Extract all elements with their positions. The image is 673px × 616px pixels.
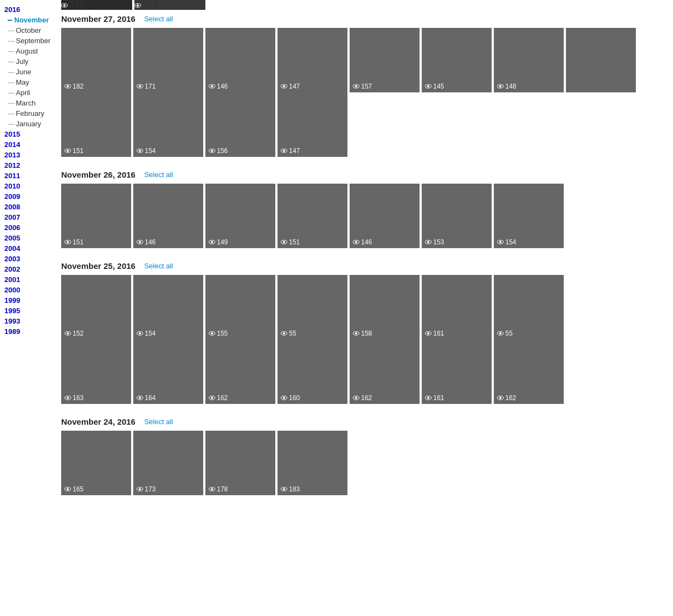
section-header-2: November 25, 2016Select all bbox=[61, 261, 666, 271]
view-count-2-row1-2: 155 bbox=[209, 330, 228, 337]
select-all-button-0[interactable]: Select all bbox=[144, 15, 173, 23]
sidebar-year-2015[interactable]: 2015 bbox=[0, 129, 55, 139]
count-label: 156 bbox=[217, 147, 228, 155]
sidebar-year-2012[interactable]: 2012 bbox=[0, 160, 55, 171]
view-count-0-row1-0: 182 bbox=[64, 83, 84, 90]
photo-thumb-1-row1-6[interactable]: 154 bbox=[494, 184, 564, 248]
eye-icon bbox=[425, 240, 432, 244]
count-label: 145 bbox=[433, 83, 444, 90]
eye-icon bbox=[64, 396, 71, 400]
sidebar-year-2013[interactable]: 2013 bbox=[0, 150, 55, 160]
sidebar-month-february[interactable]: February bbox=[0, 108, 55, 119]
view-count-0-row1-6: 148 bbox=[497, 83, 516, 90]
photo-thumb-2-row2-1[interactable]: 164 bbox=[133, 339, 203, 404]
photo-thumb-2-row1-4[interactable]: 158 bbox=[350, 275, 420, 339]
main-content: 179 175 November 27, 2016Select all18217… bbox=[55, 0, 673, 616]
top-thumb-2[interactable]: 175 bbox=[134, 0, 205, 10]
photo-thumb-2-row1-1[interactable]: 154 bbox=[133, 275, 203, 339]
photo-thumb-2-row2-4[interactable]: 162 bbox=[350, 339, 420, 404]
eye-icon bbox=[137, 331, 143, 336]
photo-thumb-2-row2-3[interactable]: 160 bbox=[278, 339, 347, 404]
count-label: 162 bbox=[361, 394, 372, 402]
sidebar-year-2008[interactable]: 2008 bbox=[0, 202, 55, 212]
sidebar-year-2001[interactable]: 2001 bbox=[0, 274, 55, 285]
photo-thumb-3-row1-3[interactable]: 183 bbox=[278, 431, 347, 495]
section-3: November 24, 2016Select all165173178183 bbox=[61, 417, 666, 495]
sidebar-month-january[interactable]: January bbox=[0, 119, 55, 129]
top-thumb-1[interactable]: 179 bbox=[61, 0, 132, 10]
sidebar-year-2005[interactable]: 2005 bbox=[0, 233, 55, 243]
sidebar-month-june[interactable]: June bbox=[0, 67, 55, 77]
photo-thumb-1-row1-0[interactable]: 151 bbox=[61, 184, 131, 248]
sidebar-year-1989[interactable]: 1989 bbox=[0, 326, 55, 337]
sidebar-month-march[interactable]: March bbox=[0, 98, 55, 108]
photo-thumb-2-row2-0[interactable]: 163 bbox=[61, 339, 131, 404]
sidebar-month-november[interactable]: November bbox=[0, 15, 55, 25]
count-label: 183 bbox=[289, 485, 300, 493]
photo-thumb-0-row1-5[interactable]: 145 bbox=[422, 28, 492, 92]
photo-thumb-2-row1-6[interactable]: 55 bbox=[494, 275, 564, 339]
photo-bg bbox=[566, 28, 636, 92]
eye-icon bbox=[425, 396, 432, 400]
sidebar-month-september[interactable]: September bbox=[0, 36, 55, 46]
photo-thumb-0-row1-4[interactable]: 157 bbox=[350, 28, 420, 92]
sidebar-year-2002[interactable]: 2002 bbox=[0, 264, 55, 274]
sidebar-year-2000[interactable]: 2000 bbox=[0, 285, 55, 295]
photo-thumb-2-row1-3[interactable]: 55 bbox=[278, 275, 347, 339]
sidebar-year-2004[interactable]: 2004 bbox=[0, 243, 55, 254]
sidebar-month-april[interactable]: April bbox=[0, 87, 55, 98]
sidebar-year-2009[interactable]: 2009 bbox=[0, 191, 55, 202]
photo-thumb-1-row1-4[interactable]: 146 bbox=[350, 184, 420, 248]
photo-thumb-0-row2-3[interactable]: 147 bbox=[278, 92, 347, 157]
photo-thumb-2-row2-6[interactable]: 162 bbox=[494, 339, 564, 404]
photo-thumb-0-row1-6[interactable]: 148 bbox=[494, 28, 564, 92]
photo-thumb-2-row2-5[interactable]: 161 bbox=[422, 339, 492, 404]
select-all-button-2[interactable]: Select all bbox=[144, 262, 173, 270]
eye-icon bbox=[137, 149, 143, 153]
sidebar-year-2014[interactable]: 2014 bbox=[0, 139, 55, 150]
count-label: 161 bbox=[433, 330, 444, 337]
photo-thumb-3-row1-2[interactable]: 178 bbox=[205, 431, 275, 495]
sidebar-month-october[interactable]: October bbox=[0, 25, 55, 36]
sidebar-month-may[interactable]: May bbox=[0, 77, 55, 87]
photo-thumb-1-row1-1[interactable]: 146 bbox=[133, 184, 203, 248]
sidebar-month-july[interactable]: July bbox=[0, 56, 55, 67]
photo-thumb-0-row1-7[interactable] bbox=[566, 28, 636, 92]
count-label: 146 bbox=[361, 238, 372, 246]
count-label: 163 bbox=[73, 394, 84, 402]
view-count-0-row2-2: 156 bbox=[209, 147, 228, 155]
photo-thumb-2-row1-2[interactable]: 155 bbox=[205, 275, 275, 339]
select-all-button-1[interactable]: Select all bbox=[144, 171, 173, 179]
sidebar-year-2010[interactable]: 2010 bbox=[0, 181, 55, 191]
photo-thumb-0-row2-0[interactable]: 151 bbox=[61, 92, 131, 157]
sidebar-year-2011[interactable]: 2011 bbox=[0, 171, 55, 181]
photo-thumb-1-row1-2[interactable]: 149 bbox=[205, 184, 275, 248]
sidebar-year-1995[interactable]: 1995 bbox=[0, 306, 55, 316]
select-all-button-3[interactable]: Select all bbox=[144, 418, 173, 426]
sidebar-year-2007[interactable]: 2007 bbox=[0, 212, 55, 222]
view-count-0-row2-1: 154 bbox=[137, 147, 156, 155]
eye-icon bbox=[281, 149, 287, 153]
photo-thumb-3-row1-1[interactable]: 173 bbox=[133, 431, 203, 495]
sidebar-year-2003[interactable]: 2003 bbox=[0, 254, 55, 264]
photo-thumb-2-row1-5[interactable]: 161 bbox=[422, 275, 492, 339]
photo-thumb-3-row1-0[interactable]: 165 bbox=[61, 431, 131, 495]
photo-thumb-0-row1-0[interactable]: 182 bbox=[61, 28, 131, 92]
photo-thumb-2-row1-0[interactable]: 152 bbox=[61, 275, 131, 339]
sidebar-year-2016[interactable]: 2016 bbox=[0, 4, 55, 15]
photo-thumb-1-row1-5[interactable]: 153 bbox=[422, 184, 492, 248]
photo-thumb-0-row1-2[interactable]: 146 bbox=[205, 28, 275, 92]
photo-thumb-1-row1-3[interactable]: 151 bbox=[278, 184, 347, 248]
photo-thumb-0-row2-2[interactable]: 156 bbox=[205, 92, 275, 157]
sidebar-month-august[interactable]: August bbox=[0, 46, 55, 56]
sidebar-year-1993[interactable]: 1993 bbox=[0, 316, 55, 326]
sidebar-year-1999[interactable]: 1999 bbox=[0, 295, 55, 306]
photo-thumb-0-row2-1[interactable]: 154 bbox=[133, 92, 203, 157]
section-1: November 26, 2016Select all1511461491511… bbox=[61, 170, 666, 248]
photo-thumb-0-row1-1[interactable]: 171 bbox=[133, 28, 203, 92]
count-label: 147 bbox=[289, 83, 300, 90]
sidebar-year-2006[interactable]: 2006 bbox=[0, 222, 55, 233]
photo-thumb-0-row1-3[interactable]: 147 bbox=[278, 28, 347, 92]
photo-thumb-2-row2-2[interactable]: 162 bbox=[205, 339, 275, 404]
sidebar-months: NovemberOctoberSeptemberAugustJulyJuneMa… bbox=[0, 15, 55, 129]
